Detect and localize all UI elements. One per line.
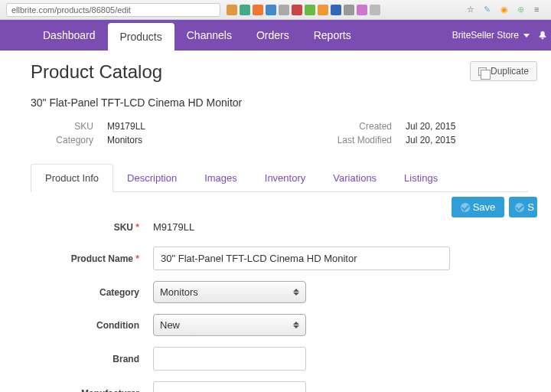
condition-select-value: New [160, 319, 180, 331]
save-and-button[interactable]: S [509, 197, 537, 217]
tab-description[interactable]: Description [113, 165, 191, 191]
duplicate-button[interactable]: Duplicate [470, 61, 537, 81]
page-title: Product Catalog [31, 61, 528, 83]
star-icon[interactable]: ☆ [467, 5, 478, 15]
bell-icon[interactable] [537, 30, 548, 41]
meta-sku-value: M9179LL [107, 121, 214, 132]
select-arrows-icon [293, 322, 299, 328]
meta-modified-label: Last Modified [306, 135, 406, 145]
condition-select[interactable]: New [153, 314, 306, 336]
category-label: Category [31, 287, 153, 298]
store-name: BriteSeller Store [452, 30, 519, 41]
nav-dashboard[interactable]: Dashboard [31, 20, 108, 51]
meta-modified-value: Jul 20, 2015 [406, 135, 497, 145]
product-tabs: Product Info Description Images Inventor… [31, 164, 528, 192]
save-actions: Save S [452, 197, 537, 217]
nav-reports[interactable]: Reports [302, 20, 364, 51]
meta-category-value: Monitors [107, 135, 214, 145]
extension-icon[interactable]: ✎ [484, 5, 494, 15]
check-icon [461, 203, 470, 212]
product-heading: 30" Flat-Panel TFT-LCD Cinema HD Monitor [31, 96, 528, 109]
add-icon[interactable]: ⊕ [517, 5, 528, 15]
category-select[interactable]: Monitors [153, 281, 306, 303]
save-label: Save [473, 201, 496, 213]
tab-variations[interactable]: Variations [319, 165, 390, 191]
save-button[interactable]: Save [452, 197, 505, 217]
category-select-value: Monitors [160, 286, 198, 298]
duplicate-icon [478, 67, 487, 76]
store-selector[interactable]: BriteSeller Store [452, 20, 537, 51]
brand-label: Brand [31, 354, 153, 364]
tab-images[interactable]: Images [191, 165, 251, 191]
url-bar[interactable]: ellbrite.com/products/86805/edit [6, 3, 220, 17]
tab-product-info[interactable]: Product Info [31, 164, 113, 192]
bookmark-icons [227, 5, 467, 15]
tab-inventory[interactable]: Inventory [251, 165, 319, 191]
browser-chrome: ellbrite.com/products/86805/edit ☆ ✎ ◉ ⊕… [0, 0, 551, 20]
shield-icon[interactable]: ◉ [500, 5, 511, 15]
chevron-down-icon [523, 34, 530, 38]
tab-listings[interactable]: Listings [390, 165, 452, 191]
brand-input[interactable] [153, 347, 306, 371]
manufacturer-input[interactable] [153, 381, 306, 392]
product-name-input[interactable] [153, 247, 450, 270]
select-arrows-icon [293, 289, 299, 296]
duplicate-label: Duplicate [491, 66, 529, 77]
meta-sku-label: SKU [31, 121, 107, 132]
check-icon [515, 203, 524, 212]
meta-category-label: Category [31, 135, 107, 145]
sku-label: SKU * [31, 222, 153, 233]
product-name-label: Product Name * [31, 253, 153, 264]
nav-channels[interactable]: Channels [174, 20, 244, 51]
main-nav: Dashboard Products Channels Orders Repor… [0, 20, 551, 51]
meta-created-value: Jul 20, 2015 [406, 121, 497, 132]
menu-icon[interactable]: ≡ [534, 5, 545, 15]
nav-orders[interactable]: Orders [244, 20, 302, 51]
product-meta: SKU M9179LL Category Monitors Created Ju… [31, 121, 528, 145]
save-partial-label: S [527, 201, 534, 213]
manufacturer-label: Manufacturer [31, 388, 153, 393]
nav-products[interactable]: Products [108, 23, 174, 51]
browser-actions: ☆ ✎ ◉ ⊕ ≡ [467, 5, 545, 15]
sku-value: M9179LL [153, 221, 194, 233]
condition-label: Condition [31, 320, 153, 331]
meta-created-label: Created [306, 121, 406, 132]
